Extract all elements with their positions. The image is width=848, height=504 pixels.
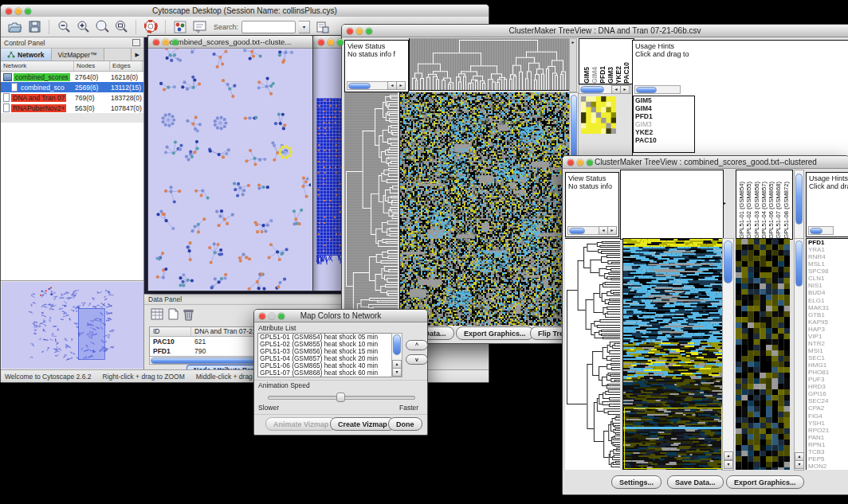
main-title-bar[interactable]: Cytoscape Desktop (Session Name: collins… xyxy=(1,5,489,18)
col-network[interactable]: Network xyxy=(1,61,74,71)
close-button[interactable] xyxy=(347,28,353,34)
dialog-title-bar[interactable]: Map Colors to Network xyxy=(254,310,427,322)
combined-column-label[interactable]: GPL51-03 (GSM856) xyxy=(753,182,760,239)
animate-vizmap-button[interactable]: Animate Vizmap xyxy=(265,417,336,431)
scroll-down-arrow[interactable]: ▾ xyxy=(795,460,804,469)
combined-heatmap[interactable] xyxy=(622,238,723,470)
network-overview-panel[interactable] xyxy=(2,282,143,369)
help-icon[interactable] xyxy=(143,19,159,35)
gene-label[interactable]: CLN1 xyxy=(807,275,848,282)
dna-column-label[interactable]: GIM4 xyxy=(591,67,599,84)
dna-zoom-hscrollbar[interactable]: ◂ ▸ xyxy=(579,84,631,94)
zoom-in-button[interactable] xyxy=(75,19,91,35)
more-tabs-arrow[interactable]: ▶ xyxy=(131,49,143,61)
zoom-fit-button[interactable] xyxy=(113,19,129,35)
move-attribute-up-button[interactable]: ^ xyxy=(406,340,428,350)
close-button[interactable] xyxy=(259,313,265,319)
combined-column-label[interactable]: GPL51-02 (GSM855) xyxy=(745,182,752,239)
minimize-button[interactable] xyxy=(163,39,169,45)
network-row[interactable]: DNA and Tran 07 769(0) 183728(0) xyxy=(1,92,143,103)
view-status-hscrollbar[interactable] xyxy=(347,81,390,90)
attribute-list-vscrollbar[interactable]: ▴ ▾ xyxy=(391,333,402,377)
dna-splitter-strip[interactable]: ▸ xyxy=(569,38,577,92)
vizmapper-icon[interactable] xyxy=(172,19,188,35)
gene-label[interactable]: RPO21 xyxy=(807,427,848,434)
col-nodes[interactable]: Nodes xyxy=(74,61,110,71)
gene-label[interactable]: CPA2 xyxy=(807,404,848,412)
minimize-button[interactable] xyxy=(356,28,363,34)
dna-zoom-heatmap[interactable] xyxy=(581,96,616,134)
scroll-right-arrow[interactable]: ▸ xyxy=(396,81,406,90)
gene-label[interactable]: MAK31 xyxy=(807,304,848,311)
gene-label[interactable]: BUD4 xyxy=(807,289,848,296)
gene-label[interactable]: HRD3 xyxy=(807,383,848,390)
combined-zoom-heatmap[interactable] xyxy=(736,238,790,470)
combined-settings-button[interactable]: Settings... xyxy=(611,475,662,489)
combined-row-dendrogram[interactable] xyxy=(565,238,620,470)
gene-label[interactable]: SEC24 xyxy=(807,397,848,404)
gene-label[interactable]: ELG1 xyxy=(807,297,848,304)
select-attributes-icon[interactable] xyxy=(151,308,163,322)
gene-label[interactable]: YRA1 xyxy=(807,246,848,253)
dna-column-label[interactable]: GIM5 xyxy=(583,67,591,84)
minimize-button[interactable] xyxy=(328,39,334,45)
scroll-right-arrow[interactable]: ▸ xyxy=(620,85,630,94)
gene-label[interactable]: PFD1 xyxy=(634,112,694,120)
combined-column-label[interactable]: GPL51-04 (GSM857) xyxy=(760,182,768,239)
gene-label[interactable]: HAP3 xyxy=(807,326,848,333)
combined-heatmap-vscrollbar[interactable]: ▴ ▾ xyxy=(722,238,734,471)
gene-label[interactable]: GPI16 xyxy=(807,390,848,397)
combined-export-graphics-button[interactable]: Export Graphics... xyxy=(726,475,804,489)
gene-label[interactable]: NIS1 xyxy=(807,282,848,289)
gene-label[interactable]: FIG4 xyxy=(807,412,848,420)
gene-label[interactable]: GIM4 xyxy=(634,104,694,112)
new-attribute-icon[interactable] xyxy=(168,308,179,322)
open-session-button[interactable] xyxy=(7,19,23,35)
search-dropdown-arrow[interactable]: ▾ xyxy=(299,21,310,33)
col-edges[interactable]: Edges xyxy=(110,61,143,71)
zoom-button[interactable] xyxy=(587,159,593,166)
gene-label[interactable]: MSL1 xyxy=(807,260,848,268)
network1-view[interactable] xyxy=(148,49,311,291)
combined-zoom-vscrollbar[interactable] xyxy=(794,170,804,240)
dna-column-label[interactable]: GIM3 xyxy=(607,67,614,84)
gene-label[interactable]: PFD1 xyxy=(807,239,848,246)
zoom-button[interactable] xyxy=(337,39,344,45)
network-row[interactable]: RNAPuberNov2+ 563(0) 107847(0) xyxy=(1,103,143,113)
gene-label[interactable]: YSH1 xyxy=(807,420,848,427)
treeview-combined-title-bar[interactable]: ClusterMaker TreeView : combined_scores_… xyxy=(563,156,848,169)
view-status-hscrollbar[interactable] xyxy=(567,226,599,235)
scroll-down-arrow[interactable]: ▾ xyxy=(724,460,733,469)
gene-label[interactable]: GIM5 xyxy=(634,96,694,104)
combined-genelist-vscrollbar[interactable]: ▴ ▾ xyxy=(794,238,804,471)
zoom-button[interactable] xyxy=(278,313,285,319)
gene-label[interactable]: SPC98 xyxy=(807,268,848,275)
minimize-button[interactable] xyxy=(15,8,22,14)
close-button[interactable] xyxy=(567,159,574,166)
dna-export-graphics-button[interactable]: Export Graphics... xyxy=(456,326,534,340)
network-row[interactable]: combined_sco 2569(6) 13112(15) xyxy=(1,82,143,92)
dna-column-label[interactable]: YKE2 xyxy=(614,66,622,84)
zoom-button[interactable] xyxy=(25,8,31,14)
dna-column-label[interactable]: PFD1 xyxy=(599,66,607,84)
treeview-dna-title-bar[interactable]: ClusterMaker TreeView : DNA and Tran 07-… xyxy=(342,25,848,37)
search-input[interactable] xyxy=(241,21,296,33)
close-button[interactable] xyxy=(318,39,324,45)
scroll-down-arrow[interactable]: ▾ xyxy=(392,368,402,377)
gene-label[interactable]: PEP5 xyxy=(807,455,848,463)
configure-search-icon[interactable] xyxy=(315,19,331,35)
gene-label[interactable]: PAC10 xyxy=(634,136,694,144)
gene-label[interactable]: RNR4 xyxy=(807,253,848,260)
gene-label[interactable]: YKE2 xyxy=(634,128,694,136)
close-button[interactable] xyxy=(153,39,159,45)
dna-row-dendrogram[interactable] xyxy=(344,92,398,326)
delete-attribute-icon[interactable] xyxy=(183,308,194,322)
done-button[interactable]: Done xyxy=(388,417,422,431)
move-attribute-down-button[interactable]: v xyxy=(406,354,428,365)
gene-label[interactable]: VIP1 xyxy=(807,333,848,340)
gene-label[interactable]: TCB3 xyxy=(807,448,848,455)
gene-label[interactable]: MSI1 xyxy=(807,347,848,354)
gene-label[interactable]: PHO81 xyxy=(807,369,848,376)
gene-label[interactable]: PUF3 xyxy=(807,376,848,383)
zoom-button[interactable] xyxy=(366,28,372,34)
